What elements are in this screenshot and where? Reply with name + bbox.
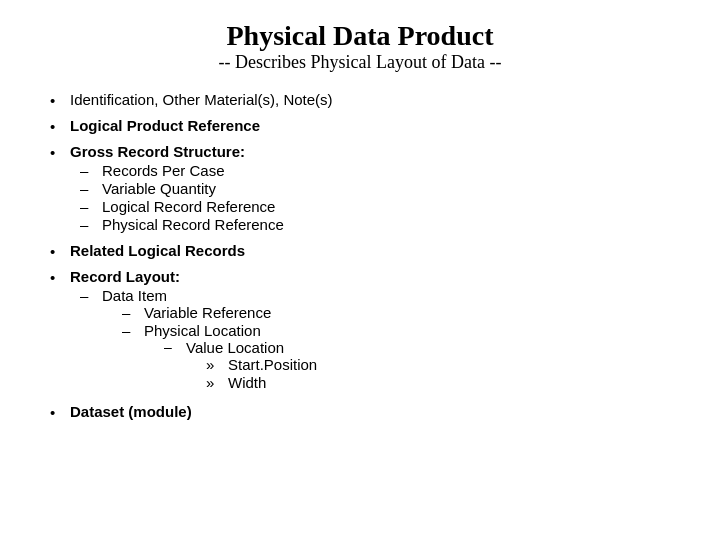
dash-icon: – xyxy=(80,180,102,197)
list-item: • Identification, Other Material(s), Not… xyxy=(50,91,680,109)
deep-text: Value Location xyxy=(186,339,284,356)
list-item: – Physical Record Reference xyxy=(80,216,284,233)
list-item: – Data Item – Variable Reference – xyxy=(80,287,317,394)
list-item: – Physical Location – xyxy=(122,322,317,393)
bullet-icon: • xyxy=(50,144,70,161)
list-item: – Variable Reference xyxy=(122,304,317,321)
bullet-text: Dataset (module) xyxy=(70,403,192,420)
main-title: Physical Data Product xyxy=(40,20,680,52)
raquo-icon: » xyxy=(206,356,228,373)
bullet-icon: • xyxy=(50,404,70,421)
bullet-content: Record Layout: – Data Item – Variable Re… xyxy=(70,268,317,395)
dash-text: Physical Record Reference xyxy=(102,216,284,233)
deeper-text: Width xyxy=(228,374,266,391)
sub-list: – Data Item – Variable Reference – xyxy=(80,287,317,394)
sub-list: – Records Per Case – Variable Quantity –… xyxy=(80,162,284,233)
list-item: • Record Layout: – Data Item – Var xyxy=(50,268,680,395)
arrow-icon: – xyxy=(122,304,144,321)
dash-text: Variable Quantity xyxy=(102,180,216,197)
subtitle: -- Describes Physical Layout of Data -- xyxy=(40,52,680,73)
list-item: – Variable Quantity xyxy=(80,180,284,197)
title-block: Physical Data Product -- Describes Physi… xyxy=(40,20,680,73)
chevron-icon: – xyxy=(164,339,186,355)
list-item: – Value Location » xyxy=(164,339,317,392)
deep-list: – Value Location » xyxy=(164,339,317,392)
bullet-label: Record Layout: xyxy=(70,268,180,285)
sub-sub-list: – Variable Reference – Physical Location xyxy=(122,304,317,393)
list-item: » Start.Position xyxy=(206,356,317,373)
bullet-icon: • xyxy=(50,243,70,260)
bullet-text: Identification, Other Material(s), Note(… xyxy=(70,91,333,108)
bullet-text: Related Logical Records xyxy=(70,242,245,259)
dash-icon: – xyxy=(80,287,102,304)
list-item: • Gross Record Structure: – Records Per … xyxy=(50,143,680,234)
deeper-text: Start.Position xyxy=(228,356,317,373)
sub-content: Physical Location – Value Location xyxy=(144,322,317,393)
bullet-icon: • xyxy=(50,269,70,286)
list-item: » Width xyxy=(206,374,317,391)
list-item: • Related Logical Records xyxy=(50,242,680,260)
bullet-icon: • xyxy=(50,92,70,109)
deeper-list: » Start.Position » Width xyxy=(206,356,317,391)
dash-icon: – xyxy=(80,162,102,179)
content-area: • Identification, Other Material(s), Not… xyxy=(40,91,680,429)
dash-text: Records Per Case xyxy=(102,162,225,179)
deep-content: Value Location » Start.Position xyxy=(186,339,317,392)
dash-icon: – xyxy=(80,198,102,215)
bullet-content: Gross Record Structure: – Records Per Ca… xyxy=(70,143,284,234)
bullet-icon: • xyxy=(50,118,70,135)
sub-text: Variable Reference xyxy=(144,304,271,321)
dash-icon: – xyxy=(80,216,102,233)
page: Physical Data Product -- Describes Physi… xyxy=(0,0,720,540)
list-item: – Logical Record Reference xyxy=(80,198,284,215)
bullet-label: Gross Record Structure: xyxy=(70,143,245,160)
list-item: • Logical Product Reference xyxy=(50,117,680,135)
dash-text: Logical Record Reference xyxy=(102,198,275,215)
dash-content: Data Item – Variable Reference – xyxy=(102,287,317,394)
bullet-text: Logical Product Reference xyxy=(70,117,260,134)
list-item: • Dataset (module) xyxy=(50,403,680,421)
list-item: – Records Per Case xyxy=(80,162,284,179)
sub-text: Physical Location xyxy=(144,322,261,339)
raquo-icon: » xyxy=(206,374,228,391)
dash-text: Data Item xyxy=(102,287,167,304)
arrow-icon: – xyxy=(122,322,144,339)
